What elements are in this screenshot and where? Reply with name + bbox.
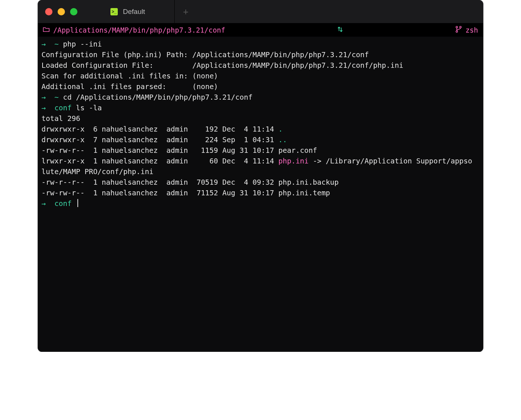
cmd-php-ini: php --ini: [63, 40, 102, 48]
ls-row-dotdot: drwxrwxr-x 7 nahuelsanchez admin 224 Sep…: [41, 136, 287, 144]
svg-point-2: [459, 26, 461, 28]
git-branch-icon: [455, 26, 462, 34]
svg-point-1: [456, 31, 457, 32]
path-bar-left: /Applications/MAMP/bin/php/php7.3.21/con…: [43, 26, 225, 34]
ls-row-temp: -rw-rw-r-- 1 nahuelsanchez admin 71152 A…: [41, 189, 330, 197]
prompt-tilde: ~: [54, 40, 59, 48]
tab-label: Default: [123, 8, 145, 16]
prompt-arrow: →: [41, 199, 46, 208]
out-total: total 296: [41, 114, 80, 123]
out-cfg-path: Configuration File (php.ini) Path: /Appl…: [41, 51, 369, 59]
minimize-icon[interactable]: [58, 8, 65, 15]
plus-icon: +: [183, 7, 188, 17]
prompt-arrow: →: [41, 40, 46, 48]
new-tab-button[interactable]: +: [175, 0, 197, 23]
folder-icon: [43, 27, 50, 33]
shell-name: zsh: [466, 26, 478, 34]
svg-point-0: [456, 26, 457, 28]
terminal-output[interactable]: → ~ php --ini Configuration File (php.in…: [38, 37, 483, 352]
prompt-tilde: ~: [54, 93, 59, 102]
ls-row-phpini-wrap: lute/MAMP PRO/conf/php.ini: [41, 167, 153, 176]
titlebar: >_ Default +: [38, 0, 483, 23]
out-additional: Additional .ini files parsed: (none): [41, 82, 218, 91]
prompt-conf: conf: [54, 104, 72, 112]
current-path: /Applications/MAMP/bin/php/php7.3.21/con…: [53, 26, 225, 34]
cmd-cd: cd /Applications/MAMP/bin/php/php7.3.21/…: [63, 93, 253, 102]
out-loaded-cfg: Loaded Configuration File: /Applications…: [41, 61, 403, 70]
prompt-arrow: →: [41, 93, 46, 102]
sync-icon[interactable]: [338, 26, 343, 34]
window-controls: [45, 8, 77, 15]
out-scan: Scan for additional .ini files in: (none…: [41, 72, 218, 80]
ls-row-backup: -rw-r--r-- 1 nahuelsanchez admin 70519 D…: [41, 178, 339, 187]
cmd-ls: ls -la: [76, 104, 102, 112]
prompt-conf: conf: [54, 199, 72, 208]
maximize-icon[interactable]: [70, 8, 77, 15]
path-bar: /Applications/MAMP/bin/php/php7.3.21/con…: [38, 23, 483, 37]
path-bar-right: zsh: [455, 26, 478, 34]
ls-row-dot: drwxrwxr-x 6 nahuelsanchez admin 192 Dec…: [41, 125, 283, 133]
terminal-icon: >_: [110, 8, 118, 15]
cursor[interactable]: [77, 199, 78, 207]
prompt-arrow: →: [41, 104, 46, 112]
ls-row-pear: -rw-rw-r-- 1 nahuelsanchez admin 1159 Au…: [41, 146, 317, 155]
ls-row-phpini: lrwxr-xr-x 1 nahuelsanchez admin 60 Dec …: [41, 157, 472, 165]
terminal-window: >_ Default + /Applications/MAMP/bin/php/…: [38, 0, 483, 352]
close-icon[interactable]: [45, 8, 52, 15]
tab-default[interactable]: >_ Default: [110, 0, 175, 23]
